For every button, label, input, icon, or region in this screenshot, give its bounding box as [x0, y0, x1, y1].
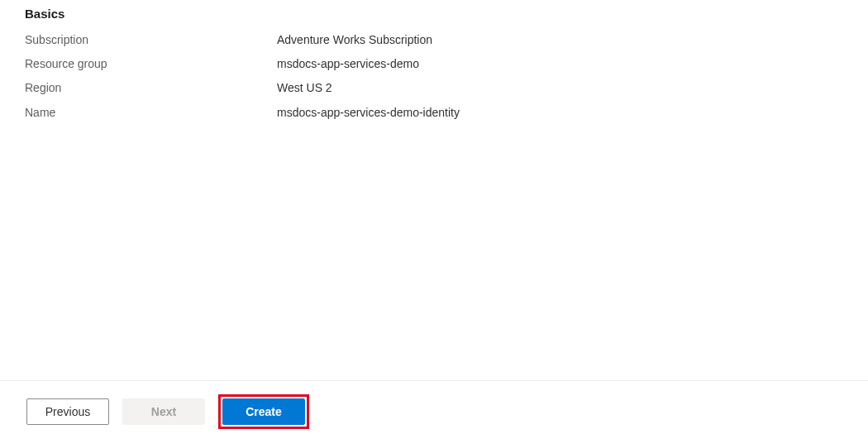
value-resource-group: msdocs-app-services-demo [277, 56, 419, 71]
create-highlight: Create [218, 394, 309, 429]
summary-row: Name msdocs-app-services-demo-identity [25, 105, 868, 120]
review-section: Basics Subscription Adventure Works Subs… [0, 0, 868, 120]
label-name: Name [25, 105, 277, 120]
next-button: Next [122, 398, 205, 425]
summary-row: Resource group msdocs-app-services-demo [25, 56, 868, 71]
value-name: msdocs-app-services-demo-identity [277, 105, 460, 120]
previous-button[interactable]: Previous [26, 398, 109, 425]
create-button[interactable]: Create [222, 398, 305, 425]
label-region: Region [25, 80, 277, 95]
summary-row: Region West US 2 [25, 80, 868, 95]
label-resource-group: Resource group [25, 56, 277, 71]
value-subscription: Adventure Works Subscription [277, 32, 432, 47]
wizard-footer: Previous Next Create [0, 380, 868, 434]
summary-row: Subscription Adventure Works Subscriptio… [25, 32, 868, 47]
value-region: West US 2 [277, 80, 332, 95]
section-title: Basics [25, 7, 868, 21]
label-subscription: Subscription [25, 32, 277, 47]
